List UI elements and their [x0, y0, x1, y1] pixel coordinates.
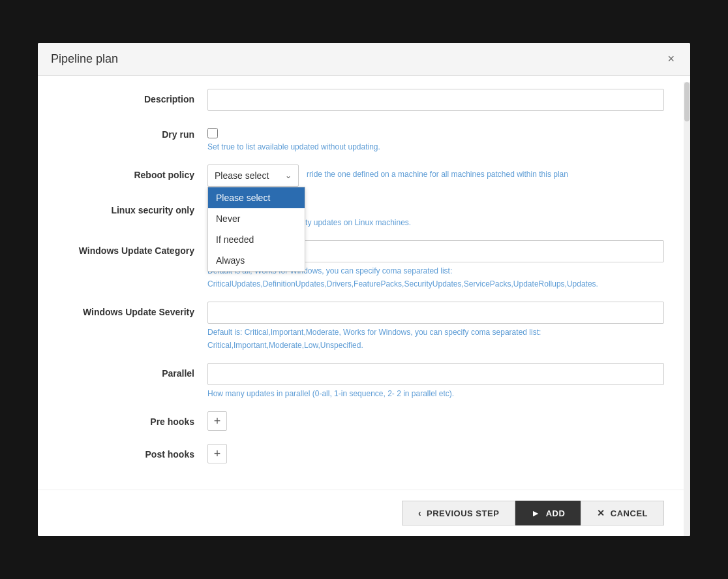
modal-footer: ‹ PREVIOUS STEP ► ADD ✕ CANCEL	[38, 490, 690, 536]
parallel-row: Parallel How many updates in parallel (0…	[64, 363, 664, 398]
dry-run-checkbox-wrap	[207, 124, 664, 138]
reboot-option-never[interactable]: Never	[208, 208, 305, 229]
parallel-input[interactable]	[207, 363, 664, 385]
add-label: ADD	[546, 509, 566, 518]
linux-security-label: Linux security only	[64, 200, 207, 215]
scrollbar-thumb[interactable]	[684, 82, 690, 121]
windows-update-category-label: Windows Update Category	[64, 240, 207, 256]
windows-update-severity-hint-1: Default is: Critical,Important,Moderate,…	[207, 328, 664, 337]
reboot-policy-trigger[interactable]: Please select ⌄	[207, 164, 299, 187]
chevron-down-icon: ⌄	[285, 171, 292, 180]
dry-run-checkbox[interactable]	[207, 128, 218, 138]
description-control	[207, 89, 664, 111]
add-button[interactable]: ► ADD	[515, 501, 581, 525]
close-button[interactable]: ×	[665, 52, 677, 66]
modal-header: Pipeline plan ×	[38, 43, 690, 76]
parallel-hint: How many updates in parallel (0-all, 1-i…	[207, 389, 664, 398]
reboot-policy-hint: rride the one defined on a machine for a…	[299, 164, 664, 179]
pre-hooks-add-button[interactable]: +	[207, 411, 227, 431]
reboot-policy-dropdown[interactable]: Please select ⌄ Please select Never If n…	[207, 164, 299, 187]
linux-security-row: Linux security only Set true to install …	[64, 200, 664, 227]
windows-update-severity-hint-2: Critical,Important,Moderate,Low,Unspecif…	[207, 341, 664, 350]
post-hooks-add-button[interactable]: +	[207, 444, 227, 463]
parallel-label: Parallel	[64, 363, 207, 379]
windows-update-severity-row: Windows Update Severity Default is: Crit…	[64, 302, 664, 350]
reboot-option-if-needed[interactable]: If needed	[208, 229, 305, 250]
scrollbar-track	[684, 82, 690, 536]
windows-update-category-hint-2: CriticalUpdates,DefinitionUpdates,Driver…	[207, 279, 664, 289]
x-icon: ✕	[597, 508, 605, 518]
dry-run-hint: Set true to list available updated witho…	[207, 142, 664, 151]
modal-body: Description Dry run Set true to list ava…	[38, 76, 690, 490]
reboot-policy-control: Please select ⌄ Please select Never If n…	[207, 164, 664, 187]
post-hooks-label: Post hooks	[64, 444, 207, 460]
reboot-row-inner: Please select ⌄ Please select Never If n…	[207, 164, 664, 187]
description-input[interactable]	[207, 89, 664, 111]
reboot-option-please-select[interactable]: Please select	[208, 187, 305, 208]
windows-update-severity-control: Default is: Critical,Important,Moderate,…	[207, 302, 664, 350]
parallel-control: How many updates in parallel (0-all, 1-i…	[207, 363, 664, 398]
previous-step-button[interactable]: ‹ PREVIOUS STEP	[402, 501, 515, 525]
play-icon: ►	[531, 508, 540, 518]
reboot-policy-label: Reboot policy	[64, 164, 207, 180]
dry-run-label: Dry run	[64, 124, 207, 140]
reboot-option-always[interactable]: Always	[208, 250, 305, 271]
modal-overlay: Pipeline plan × Description Dry run Set …	[0, 0, 728, 579]
pre-hooks-control: +	[207, 411, 664, 431]
cancel-label: CANCEL	[611, 509, 648, 518]
cancel-button[interactable]: ✕ CANCEL	[581, 501, 664, 525]
reboot-policy-value: Please select	[215, 170, 269, 181]
post-hooks-control: +	[207, 444, 664, 463]
dry-run-row: Dry run Set true to list available updat…	[64, 124, 664, 151]
post-hooks-row: Post hooks +	[64, 444, 664, 463]
pre-hooks-row: Pre hooks +	[64, 411, 664, 431]
prev-label: PREVIOUS STEP	[427, 509, 499, 518]
windows-update-severity-label: Windows Update Severity	[64, 302, 207, 317]
modal: Pipeline plan × Description Dry run Set …	[38, 43, 690, 536]
pre-hooks-label: Pre hooks	[64, 411, 207, 427]
reboot-hint-text: rride the one defined on a machine for a…	[307, 170, 568, 179]
reboot-policy-menu: Please select Never If needed Always	[207, 187, 305, 272]
description-row: Description	[64, 89, 664, 111]
description-label: Description	[64, 89, 207, 104]
modal-title: Pipeline plan	[51, 52, 118, 66]
reboot-policy-row: Reboot policy Please select ⌄ Please sel…	[64, 164, 664, 187]
dry-run-control: Set true to list available updated witho…	[207, 124, 664, 151]
chevron-left-icon: ‹	[418, 508, 421, 518]
windows-update-category-row: Windows Update Category Default is all, …	[64, 240, 664, 289]
windows-update-severity-input[interactable]	[207, 302, 664, 324]
